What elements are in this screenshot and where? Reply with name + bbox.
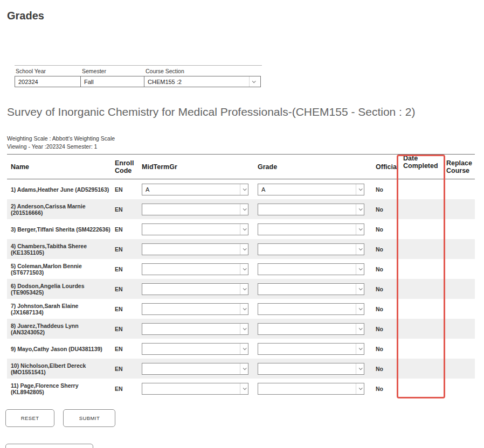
header-date-completed: Date Completed: [399, 155, 444, 179]
student-name: 2) Anderson,Carissa Marnie (201516666): [7, 203, 115, 216]
viewing-text: Viewing - Year :202324 Semester: 1: [7, 143, 477, 150]
midtermgr-cell: A: [139, 184, 255, 195]
semester-value: Fall: [84, 79, 94, 85]
grade-select[interactable]: [258, 223, 364, 235]
chevron-down-icon[interactable]: [240, 324, 248, 334]
grade-select[interactable]: [258, 323, 364, 335]
midtermgr-cell: [139, 343, 255, 355]
chevron-down-icon[interactable]: [240, 363, 248, 374]
chevron-down-icon[interactable]: [356, 184, 364, 195]
midtermgr-select[interactable]: [142, 363, 248, 375]
midtermgr-select[interactable]: A: [142, 184, 248, 195]
table-row: 3) Berger,Tiffani Sherita (SM4222636) EN…: [7, 219, 475, 239]
grade-cell: [255, 343, 373, 355]
midtermgr-select[interactable]: [142, 303, 248, 315]
midtermgr-cell: [139, 283, 255, 295]
grade-cell: [255, 223, 373, 235]
grade-cell: [255, 263, 373, 275]
filter-inputs: 202324 Fall CHEM155 :2: [15, 76, 262, 87]
chevron-down-icon[interactable]: [240, 304, 248, 314]
official-flag: No: [373, 186, 399, 193]
midtermgr-select[interactable]: [142, 343, 248, 355]
grades-table: Name Enroll Code MidTermGr Grade Officia…: [7, 154, 475, 398]
chevron-down-icon[interactable]: [356, 204, 364, 215]
midtermgr-select[interactable]: [142, 204, 248, 215]
chevron-down-icon[interactable]: [356, 324, 364, 334]
midtermgr-value: A: [146, 186, 238, 193]
table-row: 6) Dodson,Angelia Lourdes (TE9053425) EN…: [7, 279, 475, 299]
midtermgr-select[interactable]: [142, 263, 248, 275]
chevron-down-icon[interactable]: [240, 244, 248, 255]
midtermgr-select[interactable]: [142, 323, 248, 335]
midtermgr-select[interactable]: [142, 223, 248, 235]
enroll-code: EN: [115, 386, 139, 392]
grade-cell: [255, 383, 373, 395]
course-meta: Weighting Scale : Abbott's Weighting Sca…: [7, 135, 477, 150]
chevron-down-icon[interactable]: [356, 363, 364, 374]
school-year-field[interactable]: 202324: [15, 76, 81, 87]
midtermgr-select[interactable]: [142, 243, 248, 255]
grade-select[interactable]: [258, 383, 364, 395]
midtermgr-select[interactable]: [142, 383, 248, 395]
grade-select[interactable]: [258, 343, 364, 355]
school-year-label: School Year: [15, 67, 81, 76]
table-row: 10) Nicholson,Elbert Dereck (MO1551541) …: [7, 359, 475, 379]
date-completed-cell: [399, 339, 444, 359]
chevron-down-icon[interactable]: [240, 344, 248, 354]
chevron-down-icon[interactable]: [249, 76, 257, 87]
enroll-code: EN: [115, 366, 139, 372]
chevron-down-icon[interactable]: [356, 244, 364, 255]
chevron-down-icon[interactable]: [356, 344, 364, 354]
official-flag: No: [373, 286, 399, 292]
chevron-down-icon[interactable]: [240, 383, 248, 394]
chevron-down-icon[interactable]: [240, 284, 248, 295]
official-flag: No: [373, 226, 399, 233]
reset-button[interactable]: RESET: [5, 409, 54, 427]
enroll-code: EN: [115, 266, 139, 272]
filter-bar: School Year Semester Course Section 2023…: [15, 65, 262, 87]
submit-button[interactable]: SUBMIT: [63, 409, 115, 427]
grade-select[interactable]: [258, 303, 364, 315]
chevron-down-icon[interactable]: [240, 184, 248, 195]
enroll-code: EN: [115, 246, 139, 253]
student-name: 10) Nicholson,Elbert Dereck (MO1551541): [7, 362, 115, 375]
printable-grade-roster-button[interactable]: PRINTABLE GRADE ROSTER: [5, 444, 93, 448]
chevron-down-icon[interactable]: [356, 284, 364, 295]
chevron-down-icon[interactable]: [240, 264, 248, 275]
grade-value: A: [261, 186, 354, 193]
chevron-down-icon[interactable]: [356, 383, 364, 394]
grade-select[interactable]: [258, 283, 364, 295]
date-completed-cell: [399, 259, 444, 279]
grade-select[interactable]: [258, 204, 364, 215]
midtermgr-cell: [139, 223, 255, 235]
grade-select[interactable]: [258, 243, 364, 255]
chevron-down-icon[interactable]: [356, 304, 364, 314]
chevron-down-icon[interactable]: [240, 204, 248, 215]
semester-label: Semester: [81, 67, 144, 76]
grade-select[interactable]: [258, 263, 364, 275]
official-flag: No: [373, 266, 399, 272]
course-section-select[interactable]: CHEM155 :2: [144, 76, 261, 87]
grade-select[interactable]: A: [258, 184, 364, 195]
official-flag: No: [373, 326, 399, 332]
header-midtermgr: MidTermGr: [139, 163, 255, 171]
date-completed-cell: [399, 379, 444, 398]
chevron-down-icon[interactable]: [240, 224, 248, 235]
table-row: 11) Page,Florence Sherry (KL8942805) EN …: [7, 379, 475, 398]
semester-field[interactable]: Fall: [80, 76, 144, 87]
midtermgr-select[interactable]: [142, 283, 248, 295]
table-row: 8) Juarez,Thaddeus Lynn (AN3243052) EN N…: [7, 319, 475, 339]
table-row: 7) Johnston,Sarah Elaine (JX1687134) EN …: [7, 299, 475, 319]
enroll-code: EN: [115, 186, 139, 193]
course-heading: Survey of Inorganic Chemistry for Medica…: [7, 106, 477, 118]
chevron-down-icon[interactable]: [356, 224, 364, 235]
student-name: 1) Adams,Heather June (AD5295163): [7, 186, 115, 193]
table-header-row: Name Enroll Code MidTermGr Grade Officia…: [7, 154, 475, 179]
chevron-down-icon[interactable]: [356, 264, 364, 275]
grade-cell: [255, 283, 373, 295]
grade-select[interactable]: [258, 363, 364, 375]
official-flag: No: [373, 386, 399, 392]
grade-cell: [255, 323, 373, 335]
date-completed-cell: [399, 219, 444, 239]
midtermgr-cell: [139, 383, 255, 395]
